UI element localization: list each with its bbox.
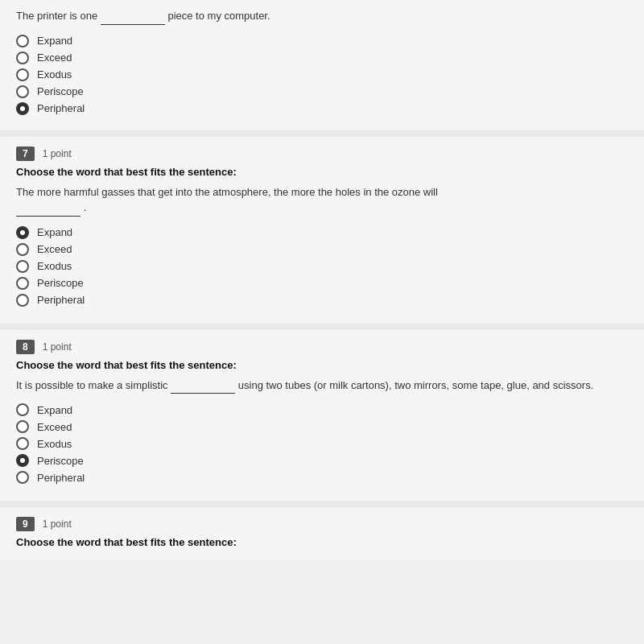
radio-q8-exodus[interactable] bbox=[16, 437, 29, 450]
question-9-block: 9 1 point Choose the word that best fits… bbox=[0, 507, 644, 561]
top-options-list: Expand Exceed Exodus Periscope Periphera… bbox=[16, 35, 628, 115]
question-9-instruction: Choose the word that best fits the sente… bbox=[16, 536, 628, 548]
option-label: Exceed bbox=[37, 243, 72, 255]
radio-q7-exodus[interactable] bbox=[16, 260, 29, 273]
question-7-instruction: Choose the word that best fits the sente… bbox=[16, 166, 628, 178]
radio-q8-expand[interactable] bbox=[16, 403, 29, 416]
question-7-blank bbox=[16, 200, 80, 217]
option-label: Expand bbox=[37, 404, 72, 416]
question-7-header: 7 1 point bbox=[16, 147, 628, 161]
question-7-period: . bbox=[84, 201, 87, 213]
question-8-sentence-text: It is possible to make a simplistic bbox=[16, 379, 171, 391]
radio-q7-expand[interactable] bbox=[16, 226, 29, 239]
top-sentence-text: The printer is one bbox=[16, 10, 97, 22]
question-9-points: 1 point bbox=[43, 518, 72, 530]
question-7-number: 7 bbox=[16, 147, 35, 161]
option-label: Peripheral bbox=[37, 472, 85, 484]
question-8-header: 8 1 point bbox=[16, 340, 628, 354]
question-8-blank bbox=[171, 378, 235, 394]
question-7-options: Expand Exceed Exodus Periscope Periphera… bbox=[16, 226, 628, 307]
radio-expand[interactable] bbox=[16, 35, 29, 47]
list-item[interactable]: Peripheral bbox=[16, 294, 628, 307]
question-7-sentence-text: The more harmful gasses that get into th… bbox=[16, 186, 438, 198]
question-8-number: 8 bbox=[16, 340, 35, 354]
option-label: Peripheral bbox=[37, 102, 85, 114]
list-item[interactable]: Periscope bbox=[16, 454, 628, 467]
option-label: Periscope bbox=[37, 85, 84, 97]
list-item[interactable]: Expand bbox=[16, 35, 628, 47]
option-label: Exodus bbox=[37, 438, 72, 450]
top-blank bbox=[101, 8, 165, 25]
top-sentence: The printer is one piece to my computer. bbox=[16, 8, 628, 25]
radio-exodus[interactable] bbox=[16, 68, 29, 81]
question-8-sentence: It is possible to make a simplistic usin… bbox=[16, 378, 628, 394]
question-8-points: 1 point bbox=[43, 341, 72, 353]
list-item[interactable]: Exodus bbox=[16, 437, 628, 450]
question-9-number: 9 bbox=[16, 517, 35, 531]
radio-periscope[interactable] bbox=[16, 85, 29, 98]
radio-q8-periscope[interactable] bbox=[16, 454, 29, 467]
question-8-block: 8 1 point Choose the word that best fits… bbox=[0, 330, 644, 502]
question-7-block: 7 1 point Choose the word that best fits… bbox=[0, 137, 644, 324]
option-label: Exodus bbox=[37, 260, 72, 272]
list-item[interactable]: Exceed bbox=[16, 52, 628, 64]
option-label: Exceed bbox=[37, 421, 72, 433]
list-item[interactable]: Periscope bbox=[16, 277, 628, 290]
list-item[interactable]: Peripheral bbox=[16, 102, 628, 115]
page: The printer is one piece to my computer.… bbox=[0, 0, 644, 561]
list-item[interactable]: Periscope bbox=[16, 85, 628, 98]
option-label: Periscope bbox=[37, 455, 84, 467]
question-9-header: 9 1 point bbox=[16, 517, 628, 531]
question-8-options: Expand Exceed Exodus Periscope Periphera… bbox=[16, 403, 628, 484]
list-item[interactable]: Expand bbox=[16, 226, 628, 239]
list-item[interactable]: Exodus bbox=[16, 68, 628, 81]
option-label: Expand bbox=[37, 226, 72, 238]
radio-q7-peripheral[interactable] bbox=[16, 294, 29, 307]
radio-q7-exceed[interactable] bbox=[16, 243, 29, 256]
list-item[interactable]: Exceed bbox=[16, 243, 628, 256]
option-label: Expand bbox=[37, 35, 72, 47]
list-item[interactable]: Exodus bbox=[16, 260, 628, 273]
option-label: Periscope bbox=[37, 277, 84, 289]
radio-peripheral[interactable] bbox=[16, 102, 29, 115]
question-8-instruction: Choose the word that best fits the sente… bbox=[16, 359, 628, 371]
radio-q8-peripheral[interactable] bbox=[16, 471, 29, 484]
option-label: Exceed bbox=[37, 52, 72, 64]
top-sentence-suffix: piece to my computer. bbox=[167, 10, 270, 22]
option-label: Exodus bbox=[37, 68, 72, 80]
question-8-sentence-suffix: using two tubes (or milk cartons), two m… bbox=[238, 379, 593, 391]
question-7-sentence: The more harmful gasses that get into th… bbox=[16, 184, 628, 217]
list-item[interactable]: Exceed bbox=[16, 420, 628, 433]
list-item[interactable]: Peripheral bbox=[16, 471, 628, 484]
radio-q7-periscope[interactable] bbox=[16, 277, 29, 290]
list-item[interactable]: Expand bbox=[16, 403, 628, 416]
radio-exceed[interactable] bbox=[16, 52, 29, 64]
radio-q8-exceed[interactable] bbox=[16, 420, 29, 433]
top-partial-section: The printer is one piece to my computer.… bbox=[0, 0, 644, 130]
option-label: Peripheral bbox=[37, 294, 85, 306]
question-7-points: 1 point bbox=[43, 148, 72, 159]
